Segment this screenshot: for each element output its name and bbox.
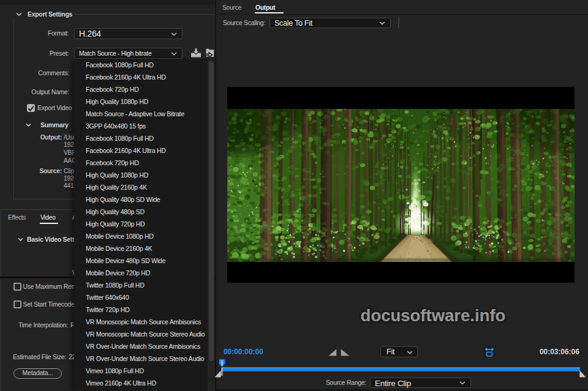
svg-text:docusoftware.info: docusoftware.info (361, 306, 506, 325)
